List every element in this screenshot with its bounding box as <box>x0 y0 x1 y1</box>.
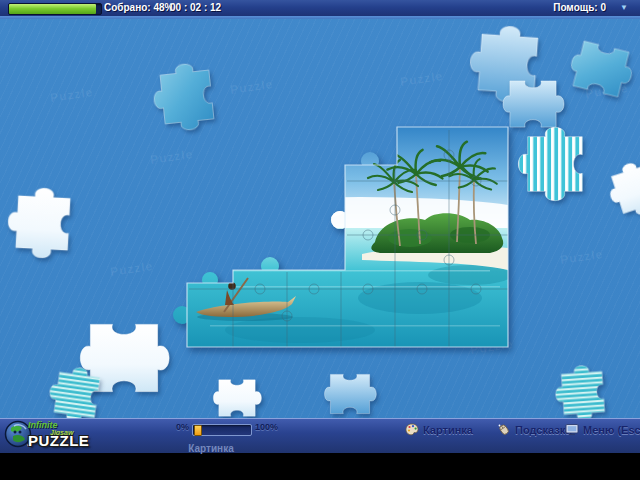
game-window: Puzzle Puzzle Puzzle Puzzle Puzzle Puzzl… <box>0 0 640 480</box>
puzzle-piece[interactable] <box>516 106 594 222</box>
puzzle-piece[interactable] <box>542 361 624 424</box>
logo-line1: Infinite <box>28 421 89 429</box>
watermark: Puzzle <box>559 247 604 267</box>
palette-icon <box>405 423 419 436</box>
slider-max-label: 100% <box>255 422 278 432</box>
help-counter: Помощь: 0 <box>553 2 606 13</box>
monitor-icon <box>565 423 579 436</box>
mouse-icon <box>497 423 511 436</box>
hint-button[interactable]: Подсказка <box>497 423 571 436</box>
picture-zoom-slider-group: 0%100% Картинка <box>176 422 278 454</box>
collected-label: Собрано: 48% <box>104 2 173 13</box>
progress-bar <box>8 3 102 15</box>
slider-caption: Картинка <box>176 443 246 454</box>
progress-fill <box>9 4 96 14</box>
chevron-down-icon[interactable]: ▼ <box>620 3 628 12</box>
watermark: Puzzle <box>109 259 154 279</box>
letterbox <box>0 452 640 480</box>
watermark: Puzzle <box>229 77 274 97</box>
zoom-slider-handle[interactable] <box>194 425 202 436</box>
assembled-puzzle[interactable] <box>170 120 515 352</box>
menu-button-label: Меню (Esc) <box>583 424 640 436</box>
slider-min-label: 0% <box>176 422 189 432</box>
puzzle-piece[interactable] <box>559 21 640 117</box>
puzzle-piece[interactable] <box>314 366 386 422</box>
zoom-slider[interactable] <box>192 424 252 436</box>
timer: 00 : 02 : 12 <box>170 2 221 13</box>
game-logo: Infinite Jigsaw PUZZLE <box>4 419 89 451</box>
menu-button[interactable]: Меню (Esc) <box>565 423 640 436</box>
hint-button-label: Подсказка <box>515 424 571 436</box>
top-status-bar: Собрано: 48% 00 : 02 : 12 Помощь: 0 ▼ <box>0 0 640 16</box>
watermark: Puzzle <box>49 85 94 105</box>
puzzle-piece[interactable] <box>4 184 82 262</box>
logo-line3: PUZZLE <box>28 437 89 445</box>
puzzle-board[interactable]: Puzzle Puzzle Puzzle Puzzle Puzzle Puzzl… <box>0 0 640 452</box>
picture-button-label: Картинка <box>423 424 473 436</box>
puzzle-piece[interactable] <box>597 143 640 234</box>
watermark: Puzzle <box>399 69 444 89</box>
picture-button[interactable]: Картинка <box>405 423 473 436</box>
puzzle-piece[interactable] <box>202 372 272 424</box>
